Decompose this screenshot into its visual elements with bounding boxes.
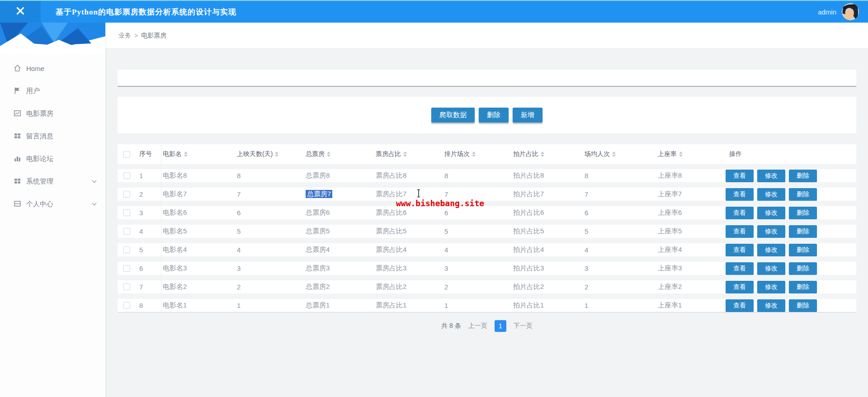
table-cell: 拍片占比7 [509,190,581,198]
table-cell: 电影名2 [159,283,233,291]
row-checkbox[interactable] [123,302,130,309]
prev-page-button[interactable]: 上一页 [468,322,487,330]
sidebar-item-system[interactable]: 系统管理 [0,170,105,193]
table-cell: 票房占比7 [372,190,441,198]
column-header: 上映天数(天) [233,150,302,158]
row-checkbox[interactable] [123,191,130,198]
row-checkbox[interactable] [123,228,130,235]
column-label: 排片场次 [444,150,470,158]
view-button[interactable]: 查看 [726,262,754,275]
edit-button[interactable]: 修改 [757,281,785,293]
table-cell: 1 [441,302,509,309]
delete-row-button[interactable]: 删除 [789,262,817,275]
table-cell: 票房占比5 [372,227,441,236]
table-cell: 7 [233,190,302,198]
sort-control[interactable] [184,151,188,157]
column-header: 上座率 [654,150,726,158]
sidebar-polygon-decoration [0,23,105,53]
delete-row-button[interactable]: 删除 [789,207,817,219]
crawl-data-button[interactable]: 爬取数据 [431,108,475,123]
breadcrumb-section[interactable]: 业务 [118,32,131,40]
edit-button[interactable]: 修改 [757,262,785,275]
delete-row-button[interactable]: 删除 [789,299,817,312]
sort-control[interactable] [612,151,616,157]
toolbar: 爬取数据删除新增 [118,97,856,133]
edit-button[interactable]: 修改 [757,188,785,201]
delete-row-button[interactable]: 删除 [789,188,817,201]
chevron-down-icon [91,179,97,184]
table-cell: 上座率5 [654,227,726,236]
row-checkbox[interactable] [123,265,130,272]
table-cell: 拍片占比4 [509,246,581,254]
row-checkbox[interactable] [123,172,130,179]
sidebar-item-boxoffice[interactable]: 电影票房 [0,102,105,125]
sort-control[interactable] [327,151,330,157]
sidebar-item-profile[interactable]: 个人中心 [0,193,105,215]
table-cell: 电影名5 [159,227,233,236]
view-button[interactable]: 查看 [726,299,754,312]
row-actions: 查看修改删除 [726,299,856,312]
select-all-checkbox[interactable] [123,151,130,158]
table-cell: 2 [581,283,654,291]
view-button[interactable]: 查看 [726,244,754,256]
edit-button[interactable]: 修改 [757,299,785,312]
sidebar-item-label: 电影票房 [26,109,53,118]
delete-row-button[interactable]: 删除 [789,225,817,238]
top-header: 基于Python的电影票房数据分析系统的设计与实现 admin [0,0,868,23]
sort-control[interactable] [275,151,278,157]
delete-row-button[interactable]: 删除 [789,281,817,293]
row-checkbox[interactable] [123,246,130,253]
next-page-button[interactable]: 下一页 [514,322,533,330]
delete-button[interactable]: 删除 [479,108,509,123]
view-button[interactable]: 查看 [726,170,754,182]
search-filter-panel [118,70,856,87]
table-cell: 6 [233,209,302,217]
sort-control[interactable] [403,151,407,157]
add-button[interactable]: 新增 [513,108,542,123]
column-header: 拍片占比 [509,150,581,158]
view-button[interactable]: 查看 [726,225,754,238]
row-checkbox[interactable] [123,209,130,216]
table-cell: 7 [136,283,159,291]
table-cell: 拍片占比2 [509,283,581,291]
column-label: 序号 [139,150,152,158]
page-1-button[interactable]: 1 [495,320,506,332]
edit-button[interactable]: 修改 [757,244,785,256]
delete-row-button[interactable]: 删除 [789,170,817,182]
edit-button[interactable]: 修改 [757,225,785,238]
sidebar-item-forum[interactable]: 电影论坛 [0,147,105,170]
column-label: 拍片占比 [513,150,538,158]
table-cell: 总票房5 [302,227,372,236]
sidebar-item-messages[interactable]: 留言消息 [0,125,105,147]
table-cell: 2 [441,283,509,291]
table-cell: 上座率1 [654,301,726,310]
table-row: 7电影名22总票房2票房占比22拍片占比22上座率2查看修改删除 [118,280,856,293]
avatar[interactable] [842,3,859,20]
table-cell: 总票房4 [302,246,372,254]
table-cell: 票房占比1 [372,301,441,310]
row-actions: 查看修改删除 [726,207,856,219]
sort-control[interactable] [472,151,476,157]
delete-row-button[interactable]: 删除 [789,244,817,256]
table-cell: 6 [441,209,509,217]
table-cell: 上座率8 [654,171,726,180]
sort-control[interactable] [541,151,544,157]
sidebar-item-users[interactable]: 用户 [0,80,105,102]
view-button[interactable]: 查看 [726,281,754,293]
sidebar-item-home[interactable]: Home [0,57,105,80]
table-cell: 总票房8 [302,171,372,180]
column-label: 上座率 [658,150,677,158]
sort-control[interactable] [679,151,683,157]
edit-button[interactable]: 修改 [757,170,785,182]
table-cell: 5 [581,227,654,235]
view-button[interactable]: 查看 [726,188,754,201]
watermark-text: www.bishebang.site [396,198,484,208]
row-checkbox[interactable] [123,284,130,290]
view-button[interactable]: 查看 [726,207,754,219]
row-actions: 查看修改删除 [726,225,856,238]
table-cell: 票房占比2 [372,283,441,291]
collapse-menu-button[interactable] [0,1,41,23]
page-title: 基于Python的电影票房数据分析系统的设计与实现 [56,7,236,17]
edit-button[interactable]: 修改 [757,207,785,219]
table-cell: 总票房1 [302,301,372,310]
